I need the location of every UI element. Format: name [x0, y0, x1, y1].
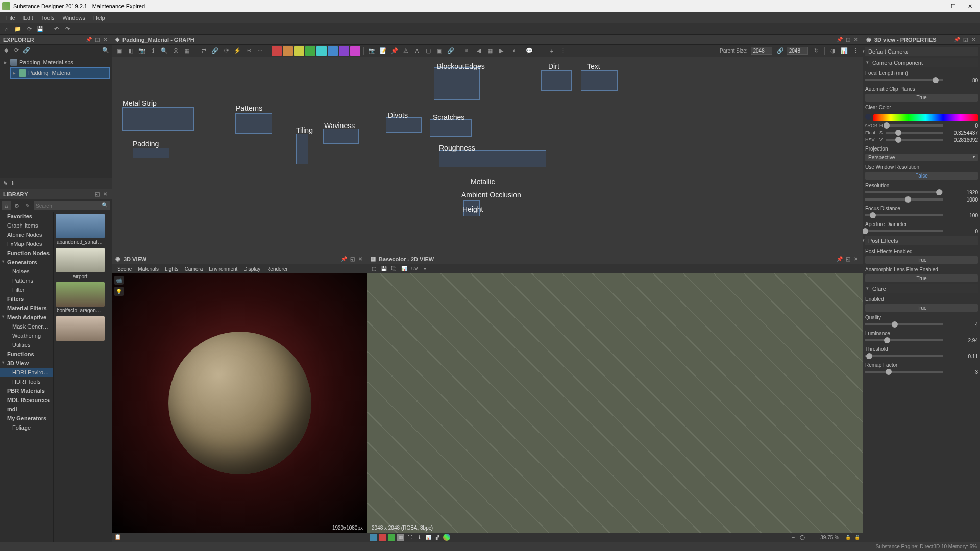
- parent-size-w[interactable]: 2048: [751, 47, 772, 55]
- clearcolor-swatch[interactable]: [865, 114, 871, 120]
- popout-icon[interactable]: ◱: [962, 36, 969, 43]
- log-icon[interactable]: 📋: [114, 534, 121, 541]
- sat-slider[interactable]: [886, 132, 943, 134]
- section-posteffects[interactable]: Post Effects: [865, 236, 978, 245]
- autoclip-toggle[interactable]: True: [865, 94, 978, 102]
- popout-icon[interactable]: ◱: [844, 256, 851, 263]
- view2d-canvas[interactable]: 2048 x 2048 (RGBA, 8bpc): [368, 273, 863, 533]
- view3d-canvas[interactable]: 📹 💡 980x551px: [112, 273, 367, 533]
- library-tree-item[interactable]: HDRI Tools: [0, 377, 53, 386]
- section-default-camera[interactable]: Default Camera: [865, 47, 978, 56]
- minus-icon[interactable]: –: [535, 46, 546, 56]
- histogram-icon[interactable]: 📊: [425, 534, 432, 541]
- text-icon[interactable]: A: [412, 46, 422, 56]
- menu-camera[interactable]: Camera: [182, 266, 206, 272]
- focusdist-slider[interactable]: [865, 214, 943, 216]
- new-icon[interactable]: ▢: [370, 265, 378, 273]
- graph-group[interactable]: [235, 113, 272, 134]
- outputs-icon[interactable]: ◑: [828, 46, 838, 56]
- clip-icon[interactable]: ✂: [243, 46, 254, 56]
- refresh-icon[interactable]: ⟳: [12, 46, 20, 54]
- channel-grid-icon[interactable]: ▦: [397, 534, 404, 541]
- menu-edit[interactable]: Edit: [19, 14, 37, 22]
- align-right-icon[interactable]: ▶: [496, 46, 506, 56]
- maximize-button[interactable]: ☐: [946, 1, 961, 11]
- refresh-icon[interactable]: ⟳: [221, 46, 231, 56]
- home-icon[interactable]: ⌂: [2, 24, 11, 34]
- library-tree-item[interactable]: My Generators: [0, 414, 53, 423]
- color-picker-icon[interactable]: [443, 534, 450, 541]
- zoom-reset-icon[interactable]: ◯: [799, 534, 806, 541]
- graph-group[interactable]: [122, 107, 194, 131]
- library-tree-item[interactable]: Filters: [0, 294, 53, 304]
- close-icon[interactable]: ✕: [852, 256, 860, 263]
- zoom-in-icon[interactable]: +: [808, 534, 815, 541]
- search-icon[interactable]: 🔍: [102, 46, 110, 54]
- library-tree-item[interactable]: Functions: [0, 349, 53, 359]
- section-glare[interactable]: Glare: [869, 284, 978, 293]
- menu-tools[interactable]: Tools: [37, 14, 59, 22]
- more2-icon[interactable]: ⋮: [558, 46, 568, 56]
- library-thumb[interactable]: [56, 316, 105, 343]
- library-tree-item[interactable]: MDL Resources: [0, 395, 53, 405]
- popout-icon[interactable]: ◱: [349, 256, 356, 263]
- redo-icon[interactable]: ↷: [63, 24, 72, 34]
- library-tree-item[interactable]: 3D View: [0, 359, 53, 368]
- aperture-slider[interactable]: [865, 230, 943, 232]
- resolution-w-slider[interactable]: [865, 191, 943, 193]
- library-tree-item[interactable]: Weathering: [0, 331, 53, 340]
- edit-icon[interactable]: ✎: [23, 201, 32, 210]
- link-size-icon[interactable]: 🔗: [775, 46, 786, 56]
- fit-icon[interactable]: ⛶: [406, 534, 413, 541]
- note-icon[interactable]: 📝: [378, 46, 388, 56]
- anamorphic-toggle[interactable]: True: [865, 274, 978, 282]
- quality-slider[interactable]: [865, 323, 943, 325]
- library-tree-item[interactable]: Generators: [0, 258, 53, 267]
- reset-size-icon[interactable]: ↻: [811, 46, 821, 56]
- graph-group[interactable]: [133, 148, 169, 158]
- comment-icon[interactable]: 💬: [524, 46, 534, 56]
- library-tree-item[interactable]: Noises: [0, 267, 53, 276]
- pin-icon[interactable]: 📌: [340, 256, 348, 263]
- usewinres-toggle[interactable]: False: [865, 172, 978, 180]
- menu-lights[interactable]: Lights: [162, 266, 182, 272]
- color-purple-icon[interactable]: [339, 46, 349, 56]
- info-icon[interactable]: ℹ: [148, 46, 158, 56]
- frame-icon[interactable]: ▢: [423, 46, 433, 56]
- align-left-icon[interactable]: ◀: [474, 46, 484, 56]
- grid-icon[interactable]: ▦: [182, 46, 192, 56]
- link-icon[interactable]: 🔗: [210, 46, 220, 56]
- library-tree-item[interactable]: Mesh Adaptive: [0, 313, 53, 322]
- remap-slider[interactable]: [865, 371, 943, 373]
- library-tree-item[interactable]: FxMap Nodes: [0, 239, 53, 248]
- camera-icon[interactable]: 📹: [114, 276, 124, 285]
- network-icon[interactable]: ◆: [2, 46, 10, 54]
- color-yellow-icon[interactable]: [294, 46, 304, 56]
- pin-icon[interactable]: 📌: [836, 36, 843, 43]
- popout-icon[interactable]: ◱: [93, 36, 101, 43]
- luminance-slider[interactable]: [865, 339, 943, 341]
- channel-r-icon[interactable]: [379, 534, 386, 541]
- library-search-input[interactable]: [34, 201, 110, 210]
- library-tree-item[interactable]: Material Filters: [0, 304, 53, 313]
- library-thumb[interactable]: airport: [56, 248, 105, 280]
- library-thumb[interactable]: bonifacio_aragon_sta...: [56, 282, 105, 314]
- graph-group[interactable]: [541, 70, 572, 91]
- library-tree[interactable]: FavoritesGraph ItemsAtomic NodesFxMap No…: [0, 212, 54, 542]
- pin-icon[interactable]: 📌: [953, 36, 961, 43]
- color-blue-icon[interactable]: [328, 46, 338, 56]
- refresh-icon[interactable]: ⟳: [24, 24, 34, 34]
- zoom-out-icon[interactable]: –: [790, 534, 797, 541]
- pin-icon[interactable]: 📌: [836, 256, 843, 263]
- pin-icon[interactable]: 📌: [389, 46, 400, 56]
- wand-icon[interactable]: ✎: [3, 180, 8, 187]
- val-slider[interactable]: [886, 139, 943, 141]
- section-camera-component[interactable]: Camera Component: [869, 58, 978, 67]
- menu-environment[interactable]: Environment: [206, 266, 240, 272]
- menu-scene[interactable]: Scene: [114, 266, 135, 272]
- plus-icon[interactable]: +: [547, 46, 557, 56]
- more-icon[interactable]: ⋯: [255, 46, 265, 56]
- graph-group[interactable]: [581, 70, 618, 91]
- tree-package[interactable]: ▸ Padding_Material.sbs: [2, 57, 110, 67]
- close-icon[interactable]: ✕: [102, 36, 109, 43]
